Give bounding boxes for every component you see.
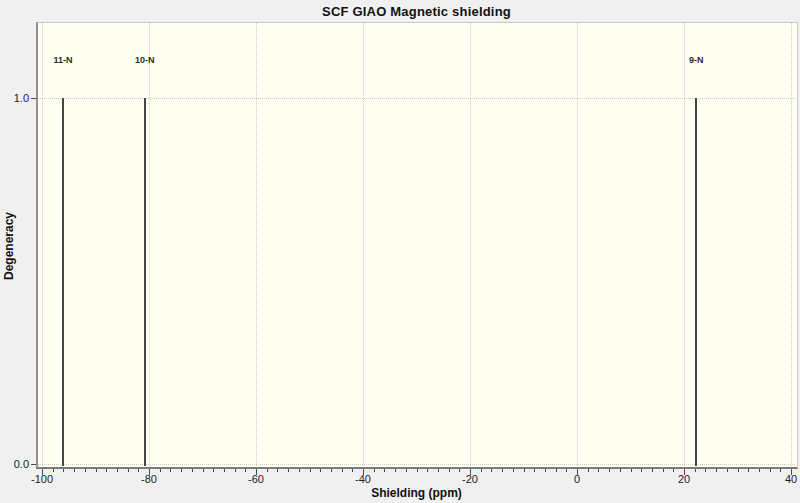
x-minor-tick <box>63 469 64 472</box>
x-minor-tick <box>438 469 439 472</box>
x-gridline <box>470 22 471 466</box>
x-minor-tick <box>406 469 407 472</box>
x-minor-tick <box>780 469 781 472</box>
x-minor-tick <box>74 469 75 472</box>
x-minor-tick <box>556 469 557 472</box>
x-minor-tick <box>299 469 300 472</box>
spectrum-chart: SCF GIAO Magnetic shielding -100-80-60-4… <box>0 0 800 503</box>
x-minor-tick <box>170 469 171 472</box>
x-minor-tick <box>588 469 589 472</box>
x-minor-tick <box>566 469 567 472</box>
x-minor-tick <box>770 469 771 472</box>
peak-line <box>144 98 146 466</box>
x-minor-tick <box>192 469 193 472</box>
x-tick-label: -100 <box>31 473 53 485</box>
x-minor-tick <box>502 469 503 472</box>
x-minor-tick <box>160 469 161 472</box>
x-tick-label: 20 <box>678 473 690 485</box>
chart-title: SCF GIAO Magnetic shielding <box>36 4 797 19</box>
x-minor-tick <box>641 469 642 472</box>
x-minor-tick <box>85 469 86 472</box>
x-minor-tick <box>705 469 706 472</box>
x-minor-tick <box>598 469 599 472</box>
peak-line <box>62 98 64 466</box>
x-minor-tick <box>427 469 428 472</box>
x-gridline <box>791 22 792 466</box>
x-minor-tick <box>245 469 246 472</box>
x-minor-tick <box>331 469 332 472</box>
x-tick-label: -60 <box>248 473 264 485</box>
x-gridline <box>256 22 257 466</box>
x-minor-tick <box>342 469 343 472</box>
x-minor-tick <box>759 469 760 472</box>
x-minor-tick <box>310 469 311 472</box>
x-tick-label: -20 <box>462 473 478 485</box>
x-minor-tick <box>534 469 535 472</box>
x-minor-tick <box>106 469 107 472</box>
x-minor-tick <box>748 469 749 472</box>
x-minor-tick <box>277 469 278 472</box>
x-minor-tick <box>663 469 664 472</box>
x-gridline <box>363 22 364 466</box>
x-minor-tick <box>727 469 728 472</box>
x-minor-tick <box>459 469 460 472</box>
x-minor-tick <box>213 469 214 472</box>
x-minor-tick <box>695 469 696 472</box>
y-axis-title: Degeneracy <box>2 206 16 286</box>
y-tick-label: 0.0 <box>0 458 29 470</box>
x-tick-label: 0 <box>574 473 580 485</box>
x-tick-label: -80 <box>141 473 157 485</box>
x-gridline <box>42 22 43 466</box>
x-minor-tick <box>374 469 375 472</box>
x-minor-tick <box>609 469 610 472</box>
x-tick-label: -40 <box>355 473 371 485</box>
x-minor-tick <box>449 469 450 472</box>
y-tick <box>31 464 36 465</box>
x-minor-tick <box>352 469 353 472</box>
x-minor-tick <box>128 469 129 472</box>
x-minor-tick <box>545 469 546 472</box>
x-minor-tick <box>524 469 525 472</box>
peak-line <box>695 98 697 466</box>
x-minor-tick <box>652 469 653 472</box>
x-tick-label: 40 <box>785 473 797 485</box>
x-gridline <box>684 22 685 466</box>
x-minor-tick <box>417 469 418 472</box>
y-gridline <box>38 98 795 99</box>
x-minor-tick <box>288 469 289 472</box>
x-minor-tick <box>395 469 396 472</box>
x-minor-tick <box>738 469 739 472</box>
x-minor-tick <box>203 469 204 472</box>
x-minor-tick <box>235 469 236 472</box>
x-minor-tick <box>320 469 321 472</box>
y-gridline <box>38 464 795 465</box>
x-minor-tick <box>53 469 54 472</box>
x-minor-tick <box>181 469 182 472</box>
x-gridline <box>149 22 150 466</box>
peak-label: 9-N <box>689 55 704 65</box>
x-minor-tick <box>491 469 492 472</box>
y-tick <box>31 98 36 99</box>
x-axis-title: Shielding (ppm) <box>36 486 797 500</box>
x-minor-tick <box>384 469 385 472</box>
peak-label: 11-N <box>53 55 72 65</box>
x-minor-tick <box>513 469 514 472</box>
x-minor-tick <box>673 469 674 472</box>
x-minor-tick <box>267 469 268 472</box>
x-gridline <box>577 22 578 466</box>
x-minor-tick <box>138 469 139 472</box>
peak-label: 10-N <box>135 55 155 65</box>
y-tick-label: 1.0 <box>0 92 29 104</box>
x-minor-tick <box>117 469 118 472</box>
x-minor-tick <box>631 469 632 472</box>
x-minor-tick <box>96 469 97 472</box>
x-minor-tick <box>224 469 225 472</box>
x-minor-tick <box>481 469 482 472</box>
x-minor-tick <box>716 469 717 472</box>
x-minor-tick <box>620 469 621 472</box>
